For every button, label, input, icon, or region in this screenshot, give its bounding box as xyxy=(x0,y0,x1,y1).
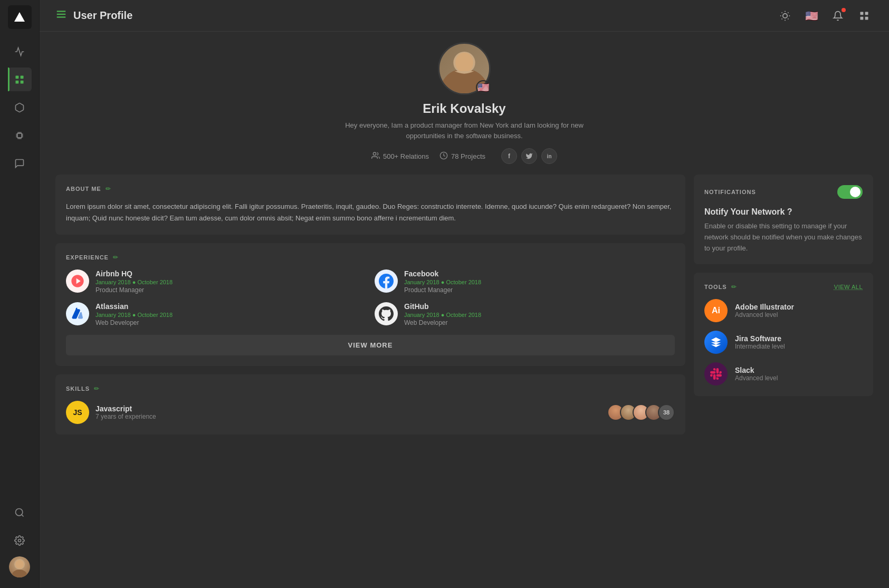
slack-logo xyxy=(704,362,728,385)
facebook-dates: January 2018 ● October 2018 xyxy=(404,279,481,285)
about-edit-icon[interactable]: ✏ xyxy=(106,185,111,192)
svg-point-14 xyxy=(783,13,787,17)
user-avatar[interactable] xyxy=(9,556,30,577)
theme-toggle-icon[interactable] xyxy=(776,7,794,25)
sidebar-item-activity[interactable] xyxy=(8,40,32,63)
sidebar-item-chat[interactable] xyxy=(8,151,32,175)
svg-point-6 xyxy=(16,508,23,515)
svg-rect-23 xyxy=(861,12,864,15)
toggle-slider xyxy=(837,185,863,199)
experience-card-header: EXPERIENCE ✏ xyxy=(66,254,675,261)
facebook-info: Facebook January 2018 ● October 2018 Pro… xyxy=(404,269,481,294)
skills-card-header: SKILLS ✏ xyxy=(66,385,675,392)
airbnb-logo xyxy=(66,269,89,293)
profile-grid: ABOUT ME ✏ Lorem ipsum dolor sit amet, c… xyxy=(55,175,873,435)
notifications-toggle[interactable] xyxy=(837,185,863,199)
exp-item-github: GitHub January 2018 ● October 2018 Web D… xyxy=(375,302,675,326)
right-panel: NOTIFICATIONS Notify Your Network ? Enab… xyxy=(694,175,873,435)
facebook-logo xyxy=(375,269,398,293)
atlassian-role: Web Developer xyxy=(95,319,173,326)
jira-level: Intermediate level xyxy=(735,343,785,350)
sidebar xyxy=(0,0,40,588)
notify-network-title: Notify Your Network ? xyxy=(704,207,863,217)
jira-name: Jira Software xyxy=(735,334,785,343)
sidebar-item-dashboard[interactable] xyxy=(8,68,32,91)
tools-header: TOOLS ✏ VIEW ALL xyxy=(704,283,863,291)
about-card: ABOUT ME ✏ Lorem ipsum dolor sit amet, c… xyxy=(55,175,685,235)
atlassian-company: Atlassian xyxy=(95,302,173,311)
view-more-button[interactable]: VIEW MORE xyxy=(66,335,675,355)
airbnb-role: Product Manager xyxy=(95,286,173,294)
relations-stat: 500+ Relations xyxy=(371,151,429,161)
twitter-link[interactable] xyxy=(521,148,537,164)
app-logo[interactable] xyxy=(8,5,32,29)
linkedin-link[interactable]: in xyxy=(541,148,557,164)
notifications-header: NOTIFICATIONS xyxy=(704,185,863,199)
avatar-flag: 🇺🇸 xyxy=(476,80,491,95)
experience-grid: Airbnb HQ January 2018 ● October 2018 Pr… xyxy=(66,269,675,326)
hamburger-icon[interactable] xyxy=(55,8,67,23)
github-role: Web Developer xyxy=(404,319,481,326)
notification-badge xyxy=(842,8,846,12)
grid-view-icon[interactable] xyxy=(855,7,873,25)
slack-name: Slack xyxy=(735,366,778,374)
main-content: User Profile 🇺🇸 xyxy=(40,0,889,588)
relations-count: 500+ Relations xyxy=(383,152,429,160)
facebook-link[interactable]: f xyxy=(501,148,517,164)
jira-info: Jira Software Intermediate level xyxy=(735,334,785,350)
svg-rect-25 xyxy=(861,16,864,20)
facebook-role: Product Manager xyxy=(404,286,481,294)
exp-item-airbnb: Airbnb HQ January 2018 ● October 2018 Pr… xyxy=(66,269,366,294)
notification-bell-icon[interactable] xyxy=(829,7,847,25)
avatar-container: 🇺🇸 xyxy=(438,42,491,95)
facebook-company: Facebook xyxy=(404,269,481,278)
view-all-link[interactable]: VIEW ALL xyxy=(834,284,863,290)
header-right: 🇺🇸 xyxy=(776,7,873,25)
skills-edit-icon[interactable]: ✏ xyxy=(94,385,99,392)
svg-rect-2 xyxy=(21,75,24,79)
relations-icon xyxy=(371,151,380,161)
airbnb-info: Airbnb HQ January 2018 ● October 2018 Pr… xyxy=(95,269,173,294)
experience-card: EXPERIENCE ✏ Airbnb HQ xyxy=(55,243,685,366)
atlassian-info: Atlassian January 2018 ● October 2018 We… xyxy=(95,302,173,326)
projects-icon xyxy=(439,151,448,161)
javascript-badge: JS xyxy=(66,401,89,424)
flag-icon[interactable]: 🇺🇸 xyxy=(802,7,820,25)
left-column: ABOUT ME ✏ Lorem ipsum dolor sit amet, c… xyxy=(55,175,685,435)
atlassian-dates: January 2018 ● October 2018 xyxy=(95,312,173,318)
exp-item-atlassian: Atlassian January 2018 ● October 2018 We… xyxy=(66,302,366,326)
svg-point-7 xyxy=(18,539,21,542)
social-links: f in xyxy=(501,148,557,164)
svg-line-22 xyxy=(788,12,788,13)
sidebar-item-settings[interactable] xyxy=(8,528,32,552)
svg-rect-24 xyxy=(865,12,868,15)
profile-name: Erik Kovalsky xyxy=(55,101,873,116)
skill-item-javascript: JS Javascript 7 years of experience 38 xyxy=(66,401,675,424)
sidebar-item-cube[interactable] xyxy=(8,95,32,119)
experience-edit-icon[interactable]: ✏ xyxy=(113,254,118,261)
illustrator-name: Adobe Illustrator xyxy=(735,303,794,311)
endorser-count: 38 xyxy=(658,404,675,421)
tools-edit-icon[interactable]: ✏ xyxy=(731,283,737,291)
svg-rect-3 xyxy=(16,80,19,83)
tool-item-jira: Jira Software Intermediate level xyxy=(704,331,863,354)
svg-line-18 xyxy=(788,18,788,19)
illustrator-logo: Ai xyxy=(704,299,728,322)
tool-item-slack: Slack Advanced level xyxy=(704,362,863,385)
svg-rect-4 xyxy=(21,80,24,83)
javascript-name: Javascript xyxy=(95,404,601,413)
profile-stats: 500+ Relations 78 Projects f xyxy=(55,148,873,164)
svg-rect-1 xyxy=(16,75,19,79)
svg-rect-5 xyxy=(17,133,22,137)
airbnb-dates: January 2018 ● October 2018 xyxy=(95,279,173,285)
slack-level: Advanced level xyxy=(735,374,778,382)
github-company: GitHub xyxy=(404,302,481,311)
svg-line-17 xyxy=(782,12,782,13)
sidebar-item-search[interactable] xyxy=(8,500,32,524)
illustrator-level: Advanced level xyxy=(735,311,794,319)
projects-count: 78 Projects xyxy=(451,152,485,160)
notifications-title: NOTIFICATIONS xyxy=(704,189,756,195)
sidebar-item-chip[interactable] xyxy=(8,123,32,147)
projects-stat: 78 Projects xyxy=(439,151,485,161)
skills-title: SKILLS xyxy=(66,385,90,392)
